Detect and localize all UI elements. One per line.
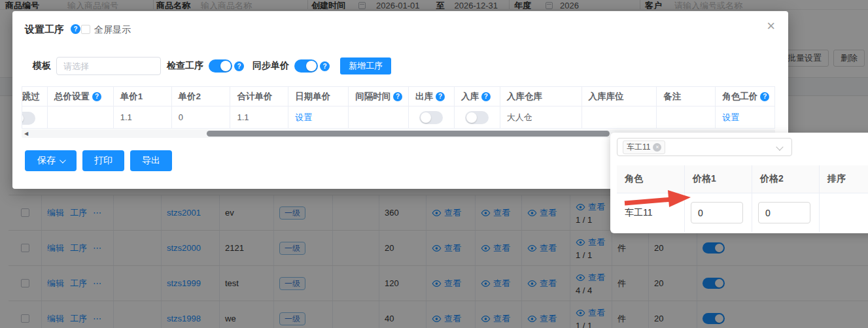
col-remark: 备注 [663, 91, 681, 103]
modal-footer: 保存 打印 导出 [25, 150, 172, 171]
app-root: 商品编号 输入商品编号 商品名称 输入商品名称 创建时间 2026-01-01 … [0, 0, 868, 328]
help-icon[interactable]: ? [92, 92, 101, 101]
col-price1: 单价1 [120, 91, 143, 103]
process-row: 1.1 0 1.1 设置 大人仓 设置 [22, 107, 774, 129]
col-inbound: 入库 [461, 91, 479, 103]
chevron-down-icon [60, 157, 66, 163]
col-price2: 单价2 [179, 91, 201, 103]
skip-toggle[interactable] [22, 112, 35, 125]
help-icon[interactable]: ? [393, 92, 402, 101]
inbound-toggle[interactable] [465, 111, 489, 124]
sync-price-toggle[interactable] [294, 59, 318, 73]
col-sort: 排序 [820, 165, 868, 193]
role-price-table: 角色 价格1 价格2 排序 车工11 [617, 165, 868, 232]
col-interval: 间隔时间 [355, 91, 391, 103]
outbound-toggle[interactable] [419, 111, 443, 124]
role-select[interactable]: 车工11 × [617, 138, 792, 156]
add-process-button[interactable]: 新增工序 [340, 57, 391, 74]
help-icon[interactable]: ? [436, 92, 445, 101]
col-outbound: 出库 [415, 91, 433, 103]
col-skip: 跳过 [22, 91, 40, 103]
col-role: 角色 [617, 165, 685, 193]
help-icon[interactable]: ? [71, 24, 80, 34]
warehouse-value[interactable]: 大人仓 [507, 112, 532, 123]
unit-price2-value[interactable]: 0 [179, 112, 183, 122]
role-price-popup: 车工11 × 角色 价格1 价格2 排序 车工11 [610, 133, 868, 233]
price1-input[interactable] [691, 202, 743, 223]
check-process-toggle[interactable] [209, 59, 232, 73]
scroll-left-arrow[interactable]: ◀ [24, 131, 28, 137]
unit-price1-value[interactable]: 1.1 [120, 112, 132, 122]
col-warehouse: 入库仓库 [507, 91, 542, 103]
print-button[interactable]: 打印 [82, 150, 124, 171]
col-date-price: 日期单价 [295, 91, 330, 103]
fullscreen-label: 全屏显示 [94, 24, 131, 36]
col-location: 入库库位 [589, 91, 624, 103]
template-label: 模板 [33, 60, 51, 72]
help-icon[interactable]: ? [320, 61, 330, 71]
col-role-price: 角色工价 [722, 91, 757, 103]
close-icon[interactable]: × [767, 19, 775, 33]
selected-role-tag: 车工11 × [623, 140, 665, 154]
role-price-row: 车工11 [617, 193, 868, 232]
check-process-label: 检查工序 [167, 60, 203, 72]
role-price-header: 角色 价格1 价格2 排序 [617, 165, 868, 193]
save-button[interactable]: 保存 [25, 150, 77, 171]
col-total-price: 总价设置 [54, 91, 90, 103]
help-icon[interactable]: ? [234, 61, 244, 71]
date-price-set-link[interactable]: 设置 [295, 112, 312, 123]
help-icon[interactable]: ? [760, 92, 769, 101]
chevron-down-icon [776, 143, 783, 150]
template-select[interactable] [56, 57, 161, 75]
col-total-unit-price: 合计单价 [237, 91, 272, 103]
sync-price-label: 同步单价 [252, 60, 289, 72]
modal-title: 设置工序 [25, 24, 64, 36]
modal-toolbar: 模板 检查工序 ? 同步单价 ? 新增工序 [33, 57, 391, 75]
total-price-value: 1.1 [237, 112, 249, 122]
remove-tag-icon[interactable]: × [653, 143, 661, 152]
col-price2: 价格2 [752, 165, 820, 193]
role-price-set-link[interactable]: 设置 [722, 112, 739, 123]
process-table: 跳过 总价设置? 单价1 单价2 合计单价 日期单价 间隔时间? 出库? 入库?… [22, 86, 775, 129]
export-button[interactable]: 导出 [130, 150, 172, 171]
fullscreen-checkbox[interactable] [81, 25, 90, 34]
scrollbar-thumb[interactable] [207, 131, 610, 137]
col-price1: 价格1 [685, 165, 752, 193]
selected-role-label: 车工11 [627, 142, 650, 153]
process-table-header: 跳过 总价设置? 单价1 单价2 合计单价 日期单价 间隔时间? 出库? 入库?… [22, 87, 774, 107]
role-name: 车工11 [625, 207, 653, 219]
help-icon[interactable]: ? [481, 92, 491, 101]
price2-input[interactable] [758, 202, 810, 223]
